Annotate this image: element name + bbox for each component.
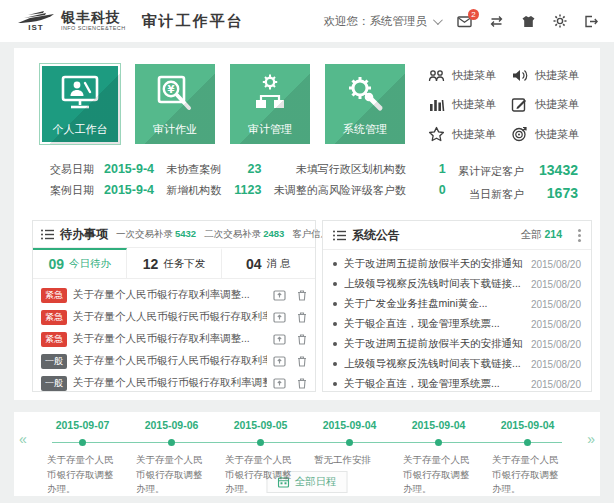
quick-menu-item[interactable]: 快捷菜单 xyxy=(511,97,586,112)
quick-menu-item[interactable]: 快捷菜单 xyxy=(428,97,503,112)
announcement-title[interactable]: 关于银企直连，现金管理系统票... xyxy=(344,377,523,391)
timeline-entry[interactable]: 2015-09-04 暂无工作安排 xyxy=(305,419,394,497)
todo-item-title[interactable]: 关于存量个人人民币银行民币银行存取利率调整... xyxy=(73,310,267,324)
todo-item-title[interactable]: 关于存量个人民币银行人民币银行存取利率调整... xyxy=(73,354,267,368)
stat-uninvestigated-cases: 未协查案例23 xyxy=(166,162,261,177)
announcements-panel: 系统公告 全部214 关于改进周五提前放假半天的安排通知... 2015/08/… xyxy=(322,220,592,392)
tile-label: 审计作业 xyxy=(135,122,215,137)
shirt-icon[interactable] xyxy=(521,15,536,28)
timeline-dot-icon xyxy=(435,439,442,446)
announcement-title[interactable]: 上级领导视察反洗钱时间表下载链接... xyxy=(344,357,523,371)
announcement-date: 2015/08/20 xyxy=(531,259,581,270)
timeline-entry[interactable]: 2015-09-07 关于存量个人民币银行存取调整办理。 xyxy=(38,419,127,497)
mail-badge: 2 xyxy=(468,9,479,20)
archive-icon[interactable] xyxy=(273,356,286,367)
announcement-date: 2015/08/20 xyxy=(531,359,581,370)
todo-item[interactable]: 一般 关于存量个人民币银行币银行存取利率调整... xyxy=(41,372,307,394)
announcement-item[interactable]: 关于银企直连，现金管理系统票... 2015/08/20 xyxy=(333,374,581,394)
timeline-dot-icon xyxy=(524,439,531,446)
schedule-timeline-card: « » 2015-09-07 关于存量个人民币银行存取调整办理。 2015-09… xyxy=(14,412,600,496)
timeline-entries: 2015-09-07 关于存量个人民币银行存取调整办理。 2015-09-06 … xyxy=(38,419,576,497)
stat-trade-date: 交易日期2015-9-4 xyxy=(50,162,154,177)
logout-icon[interactable] xyxy=(584,15,598,28)
stat-total-rated-customers: 累计评定客户13432 xyxy=(458,162,578,179)
timeline-text: 关于存量个人民币银行存取调整办理。 xyxy=(483,453,572,497)
tab-today-todo[interactable]: 09今日待办 xyxy=(33,248,127,278)
delete-icon[interactable] xyxy=(297,290,307,301)
archive-icon[interactable] xyxy=(273,334,286,345)
timeline-entry[interactable]: 2015-09-04 关于存量个人民币银行存取调整办理。 xyxy=(483,419,572,497)
tile-audit-work[interactable]: ¥ 审计作业 xyxy=(135,64,215,144)
delete-icon[interactable] xyxy=(297,312,307,323)
announcement-item[interactable]: 上级领导视察反洗钱时间表下载链接... 2015/08/20 xyxy=(333,354,581,374)
gear-icon[interactable] xyxy=(553,14,567,28)
stat-unadjusted-high-risk: 未调整的高风险评级客户数0 xyxy=(274,183,446,198)
announcement-item[interactable]: 关于改进周五提前放假半天的安排通知... 2015/08/20 xyxy=(333,254,581,274)
todo-item[interactable]: 紧急 关于存量个人民币银行存取利率调整... xyxy=(41,284,307,306)
todo-item-title[interactable]: 关于存量个人民币银行存取利率调整... xyxy=(73,288,267,302)
announcement-title[interactable]: 关于广发金业务挂盘mini黄金... xyxy=(344,297,523,311)
tile-system-manage[interactable]: 系统管理 xyxy=(325,64,405,144)
tab-task-dispatch[interactable]: 12任务下发 xyxy=(127,248,221,278)
delete-icon[interactable] xyxy=(297,378,307,389)
tile-label: 审计管理 xyxy=(230,122,310,137)
quick-menu-item[interactable]: 快捷菜单 xyxy=(511,68,586,83)
tile-audit-manage[interactable]: 审计管理 xyxy=(230,64,310,144)
delete-icon[interactable] xyxy=(297,334,307,345)
archive-icon[interactable] xyxy=(273,290,286,301)
stat-new-orgs: 新增机构数1123 xyxy=(166,183,261,198)
timeline-entry[interactable]: 2015-09-04 关于存量个人民币银行存取调整办理。 xyxy=(394,419,483,497)
todo-item[interactable]: 紧急 关于存量个人民币银行存取利率调整... xyxy=(41,328,307,350)
tab-messages[interactable]: 04消 息 xyxy=(222,248,315,278)
priority-badge: 紧急 xyxy=(41,332,67,347)
target-icon xyxy=(511,126,528,142)
timeline-dot-icon xyxy=(257,439,264,446)
page-title: 审计工作平台 xyxy=(142,12,244,31)
archive-icon[interactable] xyxy=(273,312,286,323)
announcement-title[interactable]: 关于银企直连，现金管理系统票... xyxy=(344,317,523,331)
timeline-entry[interactable]: 2015-09-06 关于存量个人民币银行存取调整办理。 xyxy=(127,419,216,497)
timeline-dot-icon xyxy=(346,439,353,446)
quick-menu-item[interactable]: 快捷菜单 xyxy=(511,126,586,142)
delete-icon[interactable] xyxy=(297,356,307,367)
announcement-item[interactable]: 关于银企直连，现金管理系统票... 2015/08/20 xyxy=(333,314,581,334)
module-tiles: 个人工作台 ¥ 审计作业 审计管理 xyxy=(40,64,405,144)
archive-icon[interactable] xyxy=(273,378,286,389)
todo-tabs: 09今日待办 12任务下发 04消 息 xyxy=(33,248,315,279)
quick-menu-item[interactable]: 快捷菜单 xyxy=(428,126,503,142)
timeline-entry[interactable]: 2015-09-05 关于存量个人民币银行存取调整办理。 xyxy=(216,419,305,497)
quick-menu-label: 快捷菜单 xyxy=(535,127,579,142)
timeline-date: 2015-09-05 xyxy=(216,419,305,434)
announcement-title[interactable]: 关于改进周五提前放假半天的安排通知... xyxy=(344,337,523,351)
more-icon[interactable] xyxy=(578,234,581,237)
todo-item[interactable]: 一般 关于存量个人民币银行人民币银行存取利率调整... xyxy=(41,350,307,372)
svg-text:¥: ¥ xyxy=(168,84,175,95)
announcement-list: 关于改进周五提前放假半天的安排通知... 2015/08/20 上级领导视察反洗… xyxy=(323,250,591,394)
priority-badge: 紧急 xyxy=(41,288,67,303)
announcement-title[interactable]: 上级领导视察反洗钱时间表下载链接... xyxy=(344,277,523,291)
announcement-item[interactable]: 上级领导视察反洗钱时间表下载链接... 2015/08/20 xyxy=(333,274,581,294)
announcement-item[interactable]: 关于广发金业务挂盘mini黄金... 2015/08/20 xyxy=(333,294,581,314)
todo-item-title[interactable]: 关于存量个人民币银行存取利率调整... xyxy=(73,332,267,346)
list-icon xyxy=(333,230,346,241)
todo-item-title[interactable]: 关于存量个人民币银行币银行存取利率调整... xyxy=(73,376,267,390)
timeline-next-button[interactable]: » xyxy=(587,432,595,446)
user-menu[interactable]: 欢迎您：系统管理员 xyxy=(324,14,441,29)
filter-second-entry[interactable]: 二次交易补录2483 xyxy=(204,228,284,241)
priority-badge: 一般 xyxy=(41,354,67,369)
quick-menu-item[interactable]: 快捷菜单 xyxy=(428,68,503,83)
timeline-prev-button[interactable]: « xyxy=(19,432,27,446)
tile-personal-workbench[interactable]: 个人工作台 xyxy=(40,64,120,144)
stats-row: 交易日期2015-9-4 案例日期2015-9-4 未协查案例23 新增机构数1… xyxy=(50,162,578,202)
announcement-item[interactable]: 关于改进周五提前放假半天的安排通知... 2015/08/20 xyxy=(333,334,581,354)
all-announcements-link[interactable]: 全部214 xyxy=(520,228,562,242)
bullet-icon xyxy=(333,382,337,386)
priority-badge: 一般 xyxy=(41,376,67,391)
swap-icon[interactable] xyxy=(489,15,504,28)
audit-manage-icon xyxy=(248,72,292,114)
announcement-title[interactable]: 关于改进周五提前放假半天的安排通知... xyxy=(344,257,523,271)
todo-item[interactable]: 紧急 关于存量个人人民币银行民币银行存取利率调整... xyxy=(41,306,307,328)
mail-icon[interactable]: 2 xyxy=(457,15,472,28)
filter-first-entry[interactable]: 一次交易补录5432 xyxy=(116,228,196,241)
bullet-icon xyxy=(333,342,337,346)
